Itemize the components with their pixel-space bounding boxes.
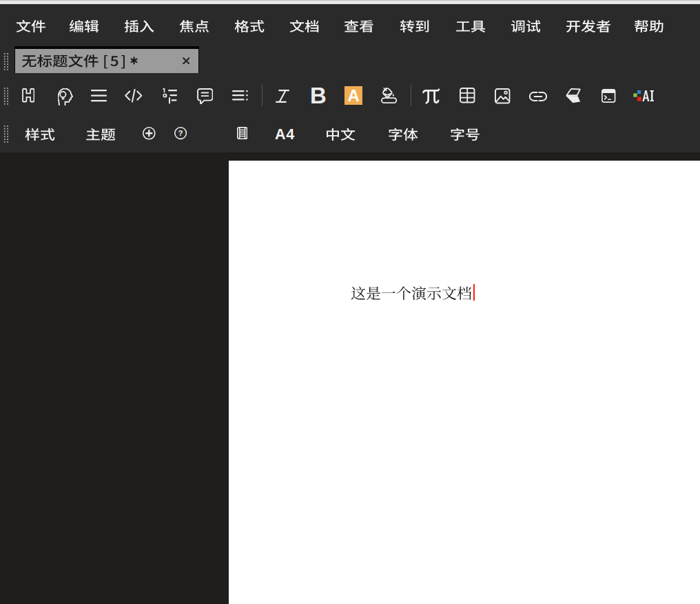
svg-text:?: ? [178, 129, 183, 137]
